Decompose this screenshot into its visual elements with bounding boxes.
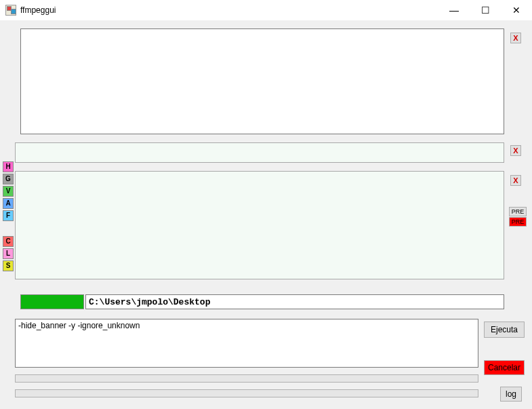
pre-red-button[interactable]: PRE (509, 217, 527, 227)
client-area: X H G V A F C L S X X PRE PRE Ejecuta Ca… (0, 20, 532, 409)
maximize-button[interactable]: ☐ (470, 0, 501, 20)
output-path-input[interactable] (85, 294, 504, 309)
command-box[interactable] (15, 319, 478, 368)
side-g-button[interactable]: G (3, 174, 14, 184)
side-a-button[interactable]: A (3, 198, 14, 209)
app-icon (5, 5, 16, 16)
minimize-button[interactable]: — (438, 0, 470, 20)
cancel-button[interactable]: Cancelar (484, 360, 525, 375)
side-c-button[interactable]: C (3, 236, 14, 247)
pre-button[interactable]: PRE (509, 207, 527, 216)
side-h-button[interactable]: H (3, 161, 14, 172)
log-button[interactable]: log (500, 387, 522, 402)
side-v-button[interactable]: V (3, 186, 14, 197)
window-title: ffmpeggui (20, 5, 56, 15)
clear-top-button[interactable]: X (510, 33, 521, 43)
options-area-box[interactable] (15, 171, 504, 279)
side-f-button[interactable]: F (3, 210, 14, 221)
progress-bar-2 (15, 389, 478, 397)
close-button[interactable]: ✕ (501, 0, 532, 20)
clear-mid1-button[interactable]: X (510, 145, 521, 156)
execute-button[interactable]: Ejecuta (484, 322, 525, 338)
output-indicator[interactable] (20, 294, 84, 309)
input-files-box[interactable] (20, 28, 504, 134)
window-controls: — ☐ ✕ (438, 0, 532, 20)
progress-bar-1 (15, 374, 478, 383)
titlebar: ffmpeggui — ☐ ✕ (0, 0, 532, 20)
side-l-button[interactable]: L (3, 248, 14, 259)
clear-mid2-button[interactable]: X (510, 175, 521, 186)
side-group-2: C L S (3, 236, 14, 273)
side-group-1: H G V A F (3, 161, 14, 222)
options-line-box[interactable] (15, 142, 504, 163)
side-s-button[interactable]: S (3, 260, 14, 271)
